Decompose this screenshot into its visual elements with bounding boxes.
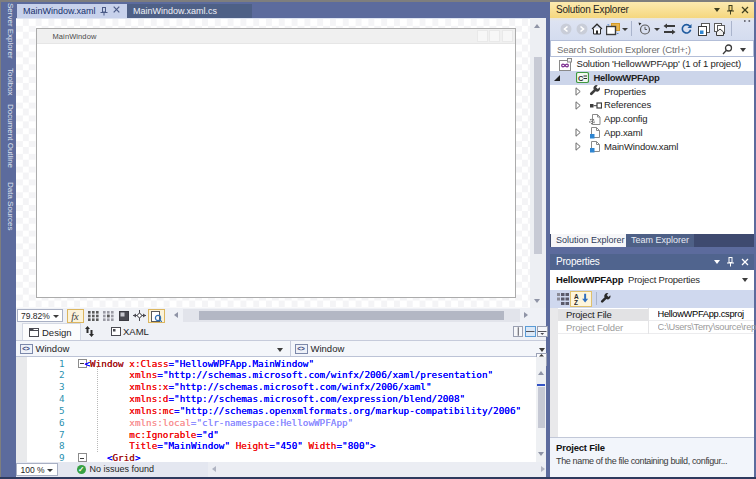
back-icon[interactable] [560,23,572,35]
xaml-code-editor[interactable]: 1<Window x:Class="HellowWPFApp.MainWindo… [16,357,536,462]
property-value[interactable]: C:\Users\Terry\source\rep [658,322,756,332]
tree-item-properties[interactable]: Properties [550,85,754,99]
search-box[interactable]: Search Solution Explorer (Ctrl+;) [550,40,754,57]
search-icon[interactable] [722,44,733,55]
dropdown-icon[interactable] [277,348,283,352]
code-line-1[interactable]: 1<Window x:Class="HellowWPFApp.MainWindo… [16,358,536,370]
tab-design[interactable]: Design [22,323,81,340]
close-icon[interactable] [741,258,749,266]
pin-icon[interactable] [726,5,735,15]
home-icon[interactable] [591,23,603,35]
sync-icon[interactable] [663,23,676,35]
minimize-button-placeholder [477,30,488,43]
properties-object-selector[interactable]: HellowWPFApp Project Properties [550,270,754,290]
swap-panes-icon[interactable] [85,326,94,337]
property-row-project-file[interactable]: Project FileHellowWPFApp.csproj [558,308,754,321]
tab-solution-explorer[interactable]: Solution Explorer [551,234,630,248]
tree-item-app-config[interactable]: App.config [550,112,754,126]
window-position-icon[interactable] [714,8,720,12]
scroll-down-icon[interactable] [534,299,540,303]
breadcrumb-window-left[interactable]: Window [36,343,70,354]
scroll-up-icon[interactable] [534,24,540,28]
scrollbar-thumb[interactable] [534,57,542,254]
property-value[interactable]: HellowWPFApp.csproj [658,309,756,319]
property-row-project-folder[interactable]: Project FolderC:\Users\Terry\source\rep [558,321,754,334]
artboard-background-toggle[interactable] [148,309,165,323]
categorized-icon[interactable] [557,293,569,305]
refresh-icon[interactable] [680,23,692,36]
scrollbar-thumb[interactable] [199,311,504,321]
scrollbar-thumb[interactable] [538,387,545,428]
tab-team-explorer[interactable]: Team Explorer [626,234,694,248]
rail-tab-server-explorer[interactable]: Server Explorer [3,3,15,59]
tree-item-references[interactable]: References [550,98,754,112]
tree-item-mainwindow-xaml[interactable]: MainWindow.xaml [550,140,754,154]
tree-item-hellowwpfapp[interactable]: CHellowWPFApp [550,71,754,85]
designer-toolbar: 79.82% fx [16,308,547,323]
scroll-down-icon[interactable] [538,452,544,456]
dropdown-icon[interactable] [622,28,628,31]
collapse-all-icon[interactable] [713,23,727,36]
editor-horizontal-scrollbar[interactable] [208,462,547,477]
scroll-right-icon[interactable] [541,466,545,472]
pin-icon[interactable] [100,7,108,16]
show-all-files-icon[interactable] [698,23,710,36]
pin-icon[interactable] [726,257,735,267]
effects-toggle-button[interactable]: fx [67,309,84,323]
code-line-3[interactable]: 3 xmlns:x="http://schemas.microsoft.com/… [16,381,536,393]
show-grid-icon[interactable] [88,311,99,321]
code-line-4[interactable]: 4 xmlns:d="http://schemas.microsoft.com/… [16,393,536,405]
window-position-icon[interactable] [714,260,720,264]
tab-mainwindow-xaml[interactable]: MainWindow.xaml [17,4,127,18]
scroll-left-icon[interactable] [174,312,178,318]
forward-icon[interactable] [576,23,588,35]
designer-horizontal-scrollbar[interactable] [183,309,520,322]
expander-expanded-icon[interactable] [553,74,561,82]
overflow-icon[interactable] [743,19,751,23]
scroll-up-icon[interactable] [538,371,544,375]
scroll-left-icon[interactable] [212,466,216,472]
dropdown-icon[interactable] [539,348,545,352]
code-line-5[interactable]: 5 xmlns:mc="http://schemas.openxmlformat… [16,405,536,417]
scroll-right-icon[interactable] [524,312,528,318]
zoom-combobox[interactable]: 79.82% [17,309,63,322]
expander-collapsed-icon[interactable] [575,128,581,137]
expander-collapsed-icon[interactable] [575,87,581,96]
properties-titlebar[interactable]: Properties [550,254,754,270]
close-icon[interactable] [741,6,749,14]
collapse-pane-button[interactable] [537,326,548,337]
horizontal-split-button[interactable] [525,326,536,337]
show-annotations-icon[interactable] [119,311,129,321]
tree-item-app-xaml[interactable]: App.xaml [550,126,754,140]
switch-views-icon[interactable] [606,23,620,36]
tree-item-solution-hellowwpfapp-1-of-1-project[interactable]: Solution 'HellowWPFApp' (1 of 1 project) [550,57,754,71]
rail-tab-document-outline[interactable]: Document Outline [3,104,15,168]
pending-changes-icon[interactable] [638,22,651,35]
code-line-7[interactable]: 7 mc:Ignorable="d" [16,429,536,441]
snap-grid-icon[interactable] [103,311,114,321]
dropdown-icon[interactable] [740,48,746,52]
wpf-window-artboard[interactable]: MainWindow [36,28,516,298]
tab-mainwindow-xaml-cs[interactable]: MainWindow.xaml.cs [127,4,252,18]
dropdown-icon[interactable] [742,278,748,282]
expander-collapsed-icon[interactable] [575,142,581,151]
alphabetical-sort-button[interactable]: AZ [570,291,592,307]
expander-collapsed-icon[interactable] [575,101,581,110]
solution-explorer-titlebar[interactable]: Solution Explorer [550,2,754,18]
breadcrumb-window-right[interactable]: Window [311,343,345,354]
rail-tab-data-sources[interactable]: Data Sources [3,182,15,230]
snaplines-icon[interactable] [133,310,146,321]
editor-zoom-combobox[interactable]: 100 % [16,463,58,476]
code-line-6[interactable]: 6 xmlns:local="clr-namespace:HellowWPFAp… [16,417,536,429]
vertical-split-button[interactable] [513,326,524,337]
line-number: 8 [30,440,65,451]
code-line-2[interactable]: 2 xmlns="http://schemas.microsoft.com/wi… [16,369,536,381]
properties-wrench-icon[interactable] [600,293,612,305]
close-icon[interactable] [113,6,120,13]
code-line-8[interactable]: 8 Title="MainWindow" Height="450" Width=… [16,440,536,452]
designer-vertical-scrollbar[interactable] [530,18,546,308]
editor-vertical-scrollbar[interactable] [536,357,546,462]
tab-xaml[interactable]: XAML [104,323,160,340]
dropdown-icon[interactable] [654,28,660,31]
rail-tab-toolbox[interactable]: Toolbox [3,68,15,96]
